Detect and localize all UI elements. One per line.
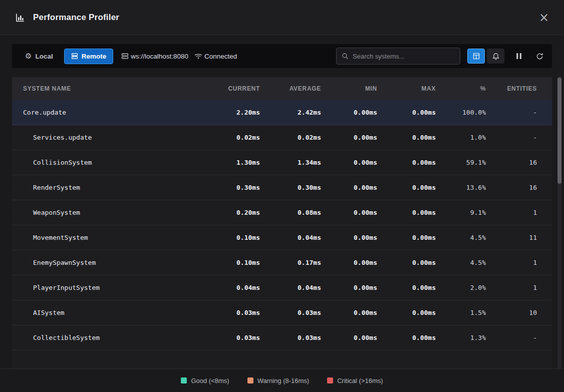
metric-entities: - <box>486 334 537 341</box>
system-name: CollisionSystem <box>23 159 205 166</box>
remote-label: Remote <box>82 53 107 60</box>
column-header-average[interactable]: AVERAGE <box>260 85 321 92</box>
legend-swatch <box>247 377 253 383</box>
metric-average: 0.08ms <box>260 209 321 216</box>
system-name: EnemySpawnSystem <box>23 259 205 266</box>
search-icon <box>342 53 349 60</box>
scrollbar-track[interactable] <box>557 76 561 369</box>
table-grid-icon <box>473 53 480 60</box>
metric-average: 2.42ms <box>260 109 321 116</box>
host-icon <box>121 53 129 60</box>
metric-percent: 9.1% <box>436 209 486 216</box>
metric-max: 0.00ms <box>377 109 436 116</box>
metric-entities: 10 <box>486 309 537 316</box>
metric-max: 0.00ms <box>377 159 436 166</box>
table-row[interactable]: MovementSystem0.10ms0.04ms0.00ms0.00ms4.… <box>12 225 552 250</box>
column-header-max[interactable]: MAX <box>377 85 436 92</box>
refresh-icon <box>536 53 543 60</box>
metric-min: 0.00ms <box>321 334 377 341</box>
connection-status-text: Connected <box>204 53 237 60</box>
close-button[interactable]: × <box>539 12 549 24</box>
metric-max: 0.00ms <box>377 134 436 141</box>
column-header-entities[interactable]: ENTITIES <box>486 85 537 92</box>
metric-current: 0.03ms <box>205 334 260 341</box>
remote-mode-button[interactable]: Remote <box>64 49 114 64</box>
metric-max: 0.00ms <box>377 234 436 241</box>
table-row[interactable]: Services.update0.02ms0.02ms0.00ms0.00ms1… <box>12 125 552 150</box>
metric-max: 0.00ms <box>377 284 436 291</box>
metric-min: 0.00ms <box>321 209 377 216</box>
table-row[interactable]: CollisionSystem1.30ms1.34ms0.00ms0.00ms5… <box>12 150 552 175</box>
metric-percent: 1.3% <box>436 334 486 341</box>
metric-average: 0.17ms <box>260 259 321 266</box>
bell-icon <box>492 53 499 60</box>
metric-average: 0.03ms <box>260 334 321 341</box>
legend-label: Critical (>16ms) <box>337 377 383 384</box>
search-box <box>336 48 460 65</box>
title-bar: Performance Profiler × <box>0 0 564 35</box>
metric-current: 2.20ms <box>205 109 260 116</box>
metric-min: 0.00ms <box>321 109 377 116</box>
table-body: Core.update2.20ms2.42ms0.00ms0.00ms100.0… <box>12 100 552 350</box>
bar-chart-icon <box>15 13 25 23</box>
search-input[interactable] <box>353 53 455 60</box>
metric-entities: - <box>486 134 537 141</box>
table-row[interactable]: CollectibleSystem0.03ms0.03ms0.00ms0.00m… <box>12 325 552 350</box>
metric-percent: 4.5% <box>436 234 486 241</box>
table-row[interactable]: WeaponSystem0.20ms0.08ms0.00ms0.00ms9.1%… <box>12 200 552 225</box>
pause-icon <box>516 53 522 60</box>
websocket-url-text: ws://localhost:8080 <box>131 53 188 60</box>
column-header-current[interactable]: CURRENT <box>205 85 260 92</box>
legend-swatch <box>327 377 333 383</box>
system-name: Core.update <box>23 109 205 116</box>
legend-item: Critical (>16ms) <box>327 377 383 384</box>
websocket-url: ws://localhost:8080 <box>121 53 188 60</box>
legend-item: Good (<8ms) <box>181 377 229 384</box>
metric-min: 0.00ms <box>321 134 377 141</box>
scrollbar-thumb[interactable] <box>557 78 561 184</box>
legend-item: Warning (8-16ms) <box>247 377 310 384</box>
metric-percent: 1.0% <box>436 134 486 141</box>
metric-entities: 11 <box>486 234 537 241</box>
table-row[interactable]: RenderSystem0.30ms0.30ms0.00ms0.00ms13.6… <box>12 175 552 200</box>
metric-entities: 16 <box>486 159 537 166</box>
table-row[interactable]: AISystem0.03ms0.03ms0.00ms0.00ms1.5%10 <box>12 300 552 325</box>
metric-percent: 13.6% <box>436 184 486 191</box>
metric-min: 0.00ms <box>321 309 377 316</box>
metric-entities: 1 <box>486 259 537 266</box>
pause-button[interactable] <box>513 49 524 64</box>
metric-entities: 1 <box>486 284 537 291</box>
system-name: AISystem <box>23 309 205 316</box>
metric-entities: - <box>486 109 537 116</box>
metric-entities: 16 <box>486 184 537 191</box>
metric-percent: 59.1% <box>436 159 486 166</box>
system-name: CollectibleSystem <box>23 334 205 341</box>
metric-average: 0.04ms <box>260 234 321 241</box>
metric-current: 0.20ms <box>205 209 260 216</box>
table-view-button[interactable] <box>467 49 485 64</box>
column-header-system-name[interactable]: SYSTEM NAME <box>23 85 205 92</box>
column-header-percent[interactable]: % <box>436 85 486 92</box>
local-mode-button[interactable]: ⚙ Local <box>18 49 60 64</box>
metric-percent: 4.5% <box>436 259 486 266</box>
table-row[interactable]: Core.update2.20ms2.42ms0.00ms0.00ms100.0… <box>12 100 552 125</box>
system-name: PlayerInputSystem <box>23 284 205 291</box>
wifi-icon <box>194 53 202 60</box>
system-name: WeaponSystem <box>23 209 205 216</box>
metric-current: 0.30ms <box>205 184 260 191</box>
legend-label: Warning (8-16ms) <box>257 377 310 384</box>
metric-max: 0.00ms <box>377 209 436 216</box>
table-row[interactable]: EnemySpawnSystem0.10ms0.17ms0.00ms0.00ms… <box>12 250 552 275</box>
alerts-button[interactable] <box>487 49 504 64</box>
metric-percent: 2.0% <box>436 284 486 291</box>
refresh-button[interactable] <box>533 49 546 64</box>
metric-max: 0.00ms <box>377 184 436 191</box>
column-header-min[interactable]: MIN <box>321 85 377 92</box>
metric-average: 0.04ms <box>260 284 321 291</box>
metric-current: 0.10ms <box>205 259 260 266</box>
server-icon <box>71 53 78 60</box>
metric-min: 0.00ms <box>321 184 377 191</box>
table-row[interactable]: PlayerInputSystem0.04ms0.04ms0.00ms0.00m… <box>12 275 552 300</box>
toolbar: ⚙ Local Remote ws://localhost:8080 <box>12 44 552 68</box>
legend-swatch <box>181 377 187 383</box>
